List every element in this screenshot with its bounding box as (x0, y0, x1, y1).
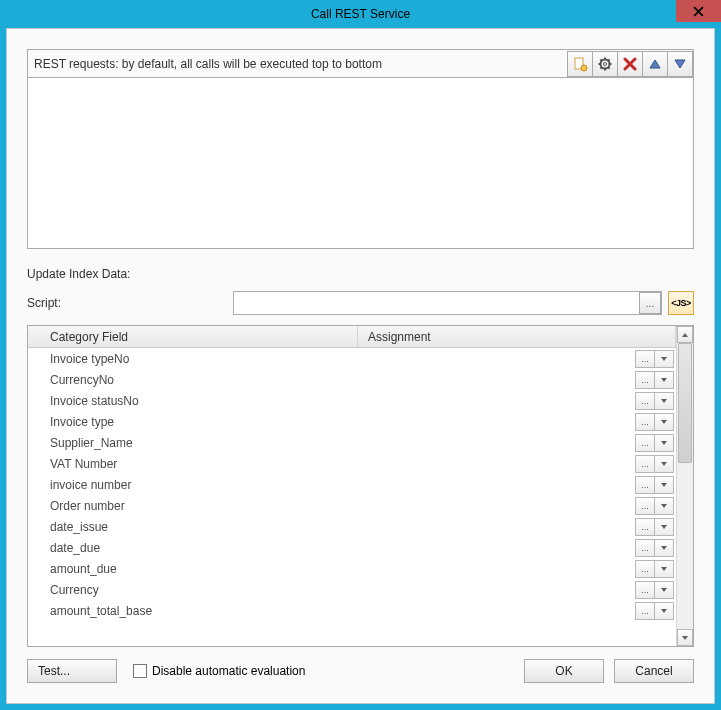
svg-marker-24 (661, 483, 667, 487)
script-row: Script: ... <JS> (27, 291, 694, 315)
table-scrollbar[interactable] (676, 326, 693, 646)
svg-marker-31 (682, 333, 688, 337)
table-row[interactable]: date_due... (28, 537, 676, 558)
assignment-browse-button[interactable]: ... (635, 539, 655, 557)
titlebar[interactable]: Call REST Service (0, 0, 721, 28)
assignment-dropdown-button[interactable] (654, 539, 674, 557)
scroll-thumb[interactable] (678, 343, 692, 463)
assignment-browse-button[interactable]: ... (635, 518, 655, 536)
table-row[interactable]: amount_total_base... (28, 600, 676, 621)
cancel-button[interactable]: Cancel (614, 659, 694, 683)
table-row[interactable]: CurrencyNo... (28, 369, 676, 390)
chevron-down-icon (660, 460, 668, 468)
assignment-browse-button[interactable]: ... (635, 413, 655, 431)
assignment-dropdown-button[interactable] (654, 602, 674, 620)
js-icon: <JS> (671, 298, 691, 308)
assignment-dropdown-button[interactable] (654, 434, 674, 452)
table-row[interactable]: Order number... (28, 495, 676, 516)
assignment-browse-button[interactable]: ... (635, 497, 655, 515)
assignment-browse-button[interactable]: ... (635, 392, 655, 410)
delete-x-icon (623, 57, 637, 71)
cell-assignment: ... (358, 434, 676, 452)
scroll-down-button[interactable] (677, 629, 693, 646)
table-row[interactable]: Currency... (28, 579, 676, 600)
chevron-down-icon (681, 634, 689, 642)
assignment-dropdown-button[interactable] (654, 560, 674, 578)
svg-marker-26 (661, 525, 667, 529)
table-row[interactable]: amount_due... (28, 558, 676, 579)
table-row[interactable]: Invoice type... (28, 411, 676, 432)
delete-request-button[interactable] (617, 51, 643, 77)
assignment-dropdown-button[interactable] (654, 476, 674, 494)
new-doc-icon (572, 56, 588, 72)
table-body: Invoice typeNo...CurrencyNo...Invoice st… (28, 348, 676, 646)
assignment-browse-button[interactable]: ... (635, 371, 655, 389)
assignment-dropdown-button[interactable] (654, 350, 674, 368)
assignment-dropdown-button[interactable] (654, 518, 674, 536)
assignment-dropdown-button[interactable] (654, 413, 674, 431)
triangle-up-icon (648, 57, 662, 71)
test-button[interactable]: Test... (27, 659, 117, 683)
assignment-dropdown-button[interactable] (654, 392, 674, 410)
table-row[interactable]: invoice number... (28, 474, 676, 495)
assignment-browse-button[interactable]: ... (635, 434, 655, 452)
ok-button[interactable]: OK (524, 659, 604, 683)
svg-marker-20 (661, 399, 667, 403)
chevron-up-icon (681, 331, 689, 339)
move-up-button[interactable] (642, 51, 668, 77)
svg-marker-23 (661, 462, 667, 466)
cell-category-field: amount_total_base (28, 604, 358, 618)
close-button[interactable] (676, 0, 721, 22)
disable-auto-eval-label: Disable automatic evaluation (152, 664, 305, 678)
disable-auto-eval-checkbox[interactable] (133, 664, 147, 678)
assignment-browse-button[interactable]: ... (635, 602, 655, 620)
column-category-field[interactable]: Category Field (28, 326, 358, 347)
svg-marker-28 (661, 567, 667, 571)
assignment-browse-button[interactable]: ... (635, 455, 655, 473)
script-label: Script: (27, 296, 227, 310)
column-assignment[interactable]: Assignment (358, 326, 676, 347)
assignment-dropdown-button[interactable] (654, 455, 674, 473)
assignment-dropdown-button[interactable] (654, 581, 674, 599)
table-header: Category Field Assignment (28, 326, 676, 348)
assignment-browse-button[interactable]: ... (635, 560, 655, 578)
table-row[interactable]: Supplier_Name... (28, 432, 676, 453)
chevron-down-icon (660, 355, 668, 363)
cell-assignment: ... (358, 518, 676, 536)
assignment-browse-button[interactable]: ... (635, 476, 655, 494)
scroll-track[interactable] (677, 343, 693, 629)
svg-marker-30 (661, 609, 667, 613)
chevron-down-icon (660, 607, 668, 615)
assignment-dropdown-button[interactable] (654, 497, 674, 515)
assignment-browse-button[interactable]: ... (635, 350, 655, 368)
svg-point-5 (604, 62, 607, 65)
disable-auto-eval-wrap: Disable automatic evaluation (133, 664, 305, 678)
cell-category-field: Currency (28, 583, 358, 597)
cell-category-field: Invoice typeNo (28, 352, 358, 366)
index-table: Category Field Assignment Invoice typeNo… (27, 325, 694, 647)
svg-marker-19 (661, 378, 667, 382)
table-row[interactable]: VAT Number... (28, 453, 676, 474)
table-row[interactable]: Invoice statusNo... (28, 390, 676, 411)
rest-requests-list[interactable] (28, 78, 693, 248)
table-row[interactable]: date_issue... (28, 516, 676, 537)
script-js-button[interactable]: <JS> (668, 291, 694, 315)
rest-requests-label: REST requests: by default, all calls wil… (28, 57, 568, 71)
cell-assignment: ... (358, 392, 676, 410)
cell-assignment: ... (358, 539, 676, 557)
cell-assignment: ... (358, 350, 676, 368)
assignment-dropdown-button[interactable] (654, 371, 674, 389)
script-input[interactable] (234, 292, 639, 314)
svg-marker-32 (682, 636, 688, 640)
settings-request-button[interactable] (592, 51, 618, 77)
move-down-button[interactable] (667, 51, 693, 77)
table-inner: Category Field Assignment Invoice typeNo… (28, 326, 676, 646)
script-browse-button[interactable]: ... (639, 292, 661, 314)
cell-assignment: ... (358, 371, 676, 389)
table-row[interactable]: Invoice typeNo... (28, 348, 676, 369)
assignment-browse-button[interactable]: ... (635, 581, 655, 599)
new-request-button[interactable] (567, 51, 593, 77)
client-area: REST requests: by default, all calls wil… (6, 28, 715, 704)
scroll-up-button[interactable] (677, 326, 693, 343)
rest-requests-panel: REST requests: by default, all calls wil… (27, 49, 694, 249)
